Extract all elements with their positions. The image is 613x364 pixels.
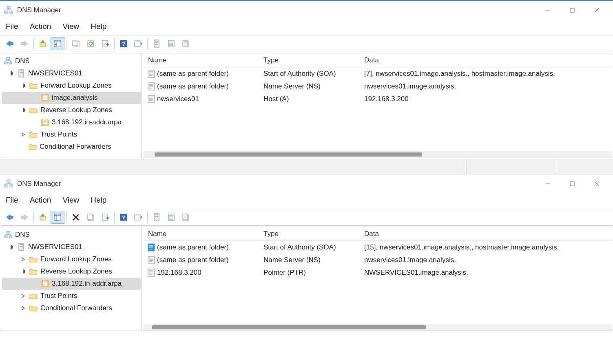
expand-icon[interactable] — [20, 131, 27, 138]
up-button[interactable] — [36, 211, 50, 224]
tree-conditional-forwarders[interactable]: Conditional Forwarders — [2, 141, 141, 153]
scrollbar-thumb[interactable] — [152, 325, 426, 329]
record-type: Start of Authority (SOA) — [263, 70, 364, 78]
expand-icon[interactable] — [20, 268, 27, 275]
help-button[interactable]: ? — [117, 37, 131, 50]
record-row[interactable]: nwservices01 Host (A) 192.168.3.200 — [143, 93, 612, 105]
tree-zone-reverse[interactable]: 3.168.192.in-addr.arpa — [2, 278, 141, 290]
menu-action[interactable]: Action — [30, 22, 51, 31]
expand-icon[interactable] — [20, 82, 27, 89]
record-row[interactable]: 192.168.3.200 Pointer (PTR) NWSERVICES01… — [143, 266, 612, 279]
forward-button[interactable] — [18, 211, 31, 224]
back-button[interactable] — [3, 211, 17, 224]
up-button[interactable] — [36, 37, 50, 50]
horizontal-scrollbar[interactable] — [143, 151, 612, 158]
tree-label: 3.168.192.in-addr.arpa — [52, 118, 122, 126]
list-pane[interactable]: Name Type Data (same as parent folder) S… — [143, 227, 612, 331]
expand-icon[interactable] — [8, 244, 14, 250]
expand-icon[interactable] — [8, 70, 14, 77]
record-row[interactable]: (same as parent folder) Name Server (NS)… — [143, 80, 612, 93]
menu-help[interactable]: Help — [91, 196, 106, 205]
svg-rect-23 — [155, 42, 158, 43]
scrollbar-thumb[interactable] — [155, 152, 422, 157]
tree-forward-lookup-zones[interactable]: Forward Lookup Zones — [2, 79, 141, 92]
tree-zone-reverse[interactable]: 3.168.192.in-addr.arpa — [2, 116, 141, 128]
record-row[interactable]: (same as parent folder) Start of Authori… — [143, 67, 612, 80]
minimize-button[interactable] — [536, 176, 560, 192]
list-header[interactable]: Name Type Data — [143, 53, 612, 67]
forward-button[interactable] — [18, 37, 31, 50]
server-icon-button[interactable] — [150, 211, 164, 224]
menu-action[interactable]: Action — [30, 196, 51, 205]
tree-reverse-lookup-zones[interactable]: Reverse Lookup Zones — [2, 104, 141, 116]
tree-conditional-forwarders[interactable]: Conditional Forwarders — [2, 302, 141, 314]
record-type: Pointer (PTR) — [263, 269, 364, 277]
close-button[interactable] — [584, 176, 609, 192]
expand-icon[interactable] — [20, 107, 27, 113]
column-type[interactable]: Type — [263, 56, 364, 64]
tree-pane[interactable]: DNS NWSERVICES01 — [1, 227, 142, 331]
tree-zone-image-analysis[interactable]: image.analysis — [2, 92, 141, 104]
maximize-button[interactable] — [560, 176, 584, 192]
list-header[interactable]: Name Type Data — [143, 227, 612, 241]
svg-rect-75 — [148, 256, 155, 264]
tree-trust-points[interactable]: Trust Points — [2, 290, 141, 302]
menu-view[interactable]: View — [62, 22, 79, 31]
maximize-button[interactable] — [560, 2, 584, 18]
new-window-button[interactable] — [69, 37, 83, 50]
list-pane[interactable]: Name Type Data (same as parent folder) S… — [143, 53, 612, 158]
list-icon-button[interactable] — [164, 211, 178, 224]
show-hide-tree-button[interactable] — [51, 37, 64, 50]
tree-reverse-lookup-zones[interactable]: Reverse Lookup Zones — [2, 265, 141, 278]
delete-button[interactable] — [69, 211, 83, 224]
list-icon-button[interactable] — [164, 37, 178, 50]
menu-file[interactable]: File — [6, 196, 18, 205]
tree-root-dns[interactable]: DNS — [2, 229, 141, 241]
tree-label: image.analysis — [52, 94, 97, 102]
properties-button[interactable] — [84, 211, 97, 224]
export-button[interactable] — [98, 211, 112, 224]
horizontal-scrollbar[interactable] — [143, 324, 612, 331]
show-hide-tree-button[interactable] — [51, 211, 64, 224]
svg-rect-63 — [168, 214, 174, 221]
view-button[interactable] — [131, 37, 145, 50]
menu-view[interactable]: View — [62, 196, 79, 205]
titlebar[interactable]: DNS Manager — [0, 1, 613, 20]
server-icon-button[interactable] — [150, 37, 164, 50]
back-button[interactable] — [3, 37, 17, 50]
tree-pane[interactable]: DNS NWSERVICES01 — [1, 53, 142, 158]
tree-server[interactable]: NWSERVICES01 — [2, 241, 141, 253]
record-name: (same as parent folder) — [157, 256, 263, 264]
record-icon — [146, 256, 157, 265]
tree-forward-lookup-zones[interactable]: Forward Lookup Zones — [2, 253, 141, 265]
svg-rect-68 — [9, 236, 12, 238]
titlebar[interactable]: DNS Manager — [0, 174, 613, 193]
svg-rect-2 — [10, 11, 13, 13]
menu-help[interactable]: Help — [91, 22, 106, 31]
column-data[interactable]: Data — [364, 56, 612, 64]
expand-icon[interactable] — [20, 256, 27, 263]
column-name[interactable]: Name — [143, 230, 263, 238]
refresh-button[interactable] — [84, 37, 97, 50]
expand-icon[interactable] — [20, 305, 27, 311]
record-row[interactable]: (same as parent folder) Start of Authori… — [143, 241, 612, 254]
tree-server[interactable]: NWSERVICES01 — [2, 67, 141, 79]
tree-trust-points[interactable]: Trust Points — [2, 128, 141, 141]
export-button[interactable] — [98, 37, 112, 50]
column-name[interactable]: Name — [143, 56, 263, 64]
tree-root-dns[interactable]: DNS — [2, 55, 141, 67]
minimize-button[interactable] — [536, 2, 560, 18]
expand-icon[interactable] — [20, 293, 27, 299]
view-button[interactable] — [131, 211, 145, 224]
column-data[interactable]: Data — [364, 230, 612, 238]
svg-rect-48 — [40, 216, 46, 220]
close-button[interactable] — [584, 2, 609, 18]
tree-label: NWSERVICES01 — [28, 69, 82, 77]
help-button[interactable]: ? — [117, 211, 131, 224]
menu-file[interactable]: File — [6, 22, 18, 31]
svg-rect-45 — [570, 182, 574, 186]
column-type[interactable]: Type — [263, 230, 364, 238]
record-row[interactable]: (same as parent folder) Name Server (NS)… — [143, 254, 612, 266]
filter-icon-button[interactable] — [179, 211, 193, 224]
filter-icon-button[interactable] — [179, 37, 193, 50]
